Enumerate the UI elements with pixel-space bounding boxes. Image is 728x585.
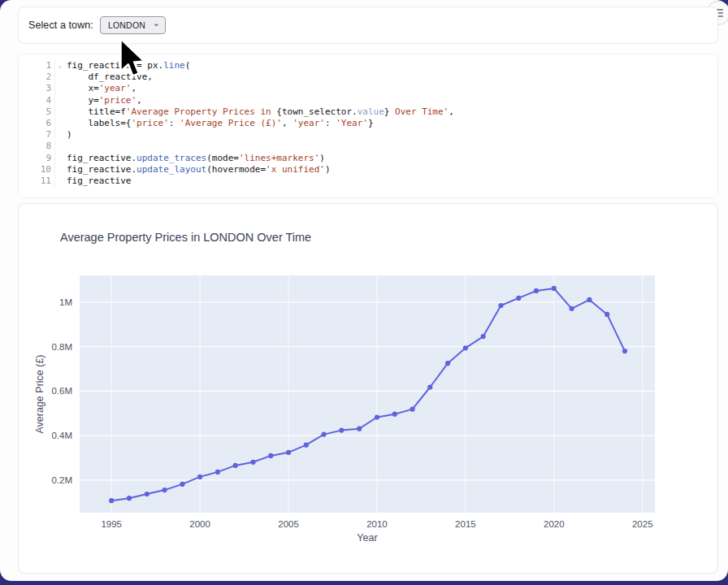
line-number: 1⌄ xyxy=(24,60,55,72)
notebook-sheet: Select a town: LONDON ⌄ 1⌄fig_reactive =… xyxy=(0,0,728,581)
data-point-marker xyxy=(286,450,291,455)
data-point-marker xyxy=(552,286,557,291)
line-number: 3 xyxy=(24,83,55,94)
code-line: 4 y='price', xyxy=(24,95,709,106)
data-point-marker xyxy=(516,296,521,301)
data-point-marker xyxy=(481,334,486,339)
y-tick-label: 1M xyxy=(59,297,72,307)
town-select-dropdown[interactable]: LONDON ⌄ xyxy=(100,16,166,34)
code-text: ) xyxy=(67,129,72,141)
line-number: 2 xyxy=(24,72,55,83)
x-tick-label: 2000 xyxy=(189,519,210,529)
mouse-cursor-icon xyxy=(119,36,146,86)
line-number: 8 xyxy=(24,141,55,152)
data-point-marker xyxy=(357,427,362,431)
plotly-chart[interactable]: Average Property Prices in LONDON Over T… xyxy=(19,204,717,561)
line-number: 7 xyxy=(24,129,55,141)
line-number: 9 xyxy=(24,153,55,164)
data-point-marker xyxy=(375,414,379,419)
code-line: 5 title=f'Average Property Prices in {to… xyxy=(24,106,709,118)
code-text: title=f'Average Property Prices in {town… xyxy=(67,106,454,118)
code-line: 7) xyxy=(24,129,709,141)
plot-area xyxy=(80,275,655,513)
data-point-marker xyxy=(445,361,450,366)
data-point-marker xyxy=(109,498,114,503)
data-point-marker xyxy=(587,297,592,302)
code-text: labels={'price': 'Average Price (£)', 'y… xyxy=(67,118,374,129)
data-point-marker xyxy=(162,488,167,492)
chart-title: Average Property Prices in LONDON Over T… xyxy=(60,231,311,244)
line-number: 10 xyxy=(24,164,55,176)
line-number: 5 xyxy=(24,106,55,118)
town-select-label: Select a town: xyxy=(28,20,93,31)
y-tick-label: 0.2M xyxy=(51,475,72,485)
x-tick-label: 2020 xyxy=(544,519,565,529)
data-point-marker xyxy=(233,463,238,468)
line-number: 4 xyxy=(24,95,55,106)
output-cell: Average Property Prices in LONDON Over T… xyxy=(18,203,718,574)
code-text: y='price', xyxy=(67,95,142,106)
y-axis-title: Average Price (£) xyxy=(34,354,46,433)
code-text: fig_reactive.update_traces(mode='lines+m… xyxy=(67,153,325,164)
x-tick-label: 2015 xyxy=(455,519,476,529)
y-tick-label: 0.8M xyxy=(51,342,72,352)
x-tick-label: 2005 xyxy=(278,519,299,529)
code-text: fig_reactive xyxy=(67,176,131,187)
town-select-value: LONDON xyxy=(108,20,145,30)
code-line: 10fig_reactive.update_layout(hovermode='… xyxy=(24,164,709,176)
data-point-marker xyxy=(197,474,202,479)
chevron-down-icon: ⌄ xyxy=(153,18,160,28)
data-point-marker xyxy=(322,432,327,437)
code-text: fig_reactive.update_layout(hovermode='x … xyxy=(67,164,331,176)
data-point-marker xyxy=(268,453,273,458)
data-point-marker xyxy=(215,470,220,474)
code-line: 6 labels={'price': 'Average Price (£)', … xyxy=(24,118,709,129)
data-point-marker xyxy=(463,345,468,350)
line-number: 6 xyxy=(24,118,55,129)
data-point-marker xyxy=(145,492,150,496)
code-fold-icon[interactable]: ⌄ xyxy=(58,60,62,72)
code-line: 9fig_reactive.update_traces(mode='lines+… xyxy=(24,153,709,164)
code-line: 8 xyxy=(24,141,709,152)
line-number: 11 xyxy=(24,176,55,187)
data-point-marker xyxy=(180,482,184,487)
data-point-marker xyxy=(498,303,503,308)
code-line: 11fig_reactive xyxy=(24,176,709,187)
x-tick-label: 2010 xyxy=(366,519,388,529)
data-point-marker xyxy=(570,306,574,311)
x-tick-label: 2025 xyxy=(632,519,653,529)
data-point-marker xyxy=(304,443,309,448)
data-point-marker xyxy=(127,496,132,500)
y-tick-label: 0.4M xyxy=(51,431,72,440)
data-point-marker xyxy=(250,460,255,465)
x-axis-title: Year xyxy=(357,532,377,544)
data-point-marker xyxy=(339,428,344,433)
data-point-marker xyxy=(410,407,415,412)
data-point-marker xyxy=(427,384,432,389)
data-point-marker xyxy=(534,288,539,293)
data-point-marker xyxy=(622,349,627,353)
x-tick-label: 1995 xyxy=(101,519,122,529)
data-point-marker xyxy=(604,312,609,317)
y-tick-label: 0.6M xyxy=(51,386,72,396)
data-point-marker xyxy=(392,412,397,417)
